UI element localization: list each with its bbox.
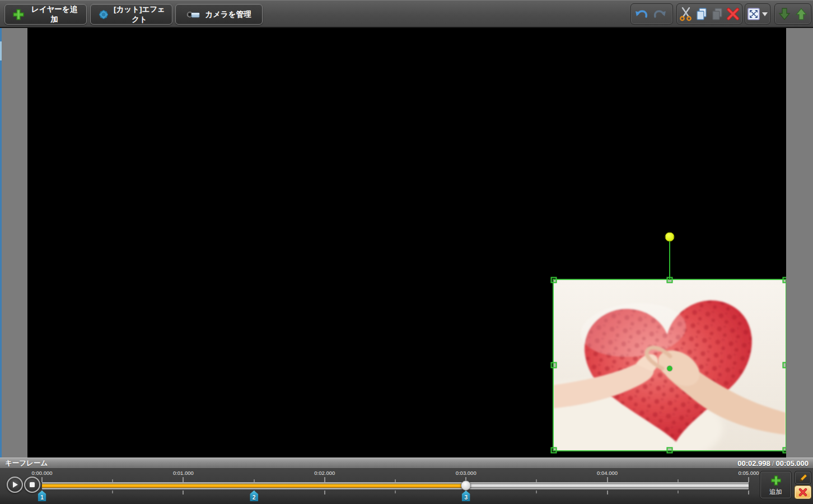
- paste-icon: [711, 7, 724, 21]
- ruler-label: 0:05.000: [739, 470, 759, 476]
- preview-area: [0, 28, 813, 458]
- move-up-button[interactable]: [793, 5, 810, 23]
- clipboard-group: [676, 3, 742, 25]
- add-layer-button[interactable]: レイヤーを追加: [4, 4, 87, 25]
- keyframe-marker[interactable]: 3: [462, 491, 470, 501]
- top-toolbar: レイヤーを追加 [カット]エフェクト カメラを管理: [0, 0, 813, 28]
- ruler-tick: [324, 491, 325, 494]
- ruler-tick: [749, 491, 749, 494]
- play-button[interactable]: [7, 477, 23, 493]
- redo-button[interactable]: [651, 5, 668, 23]
- ruler-tick: [749, 477, 749, 482]
- ruler-tick: [607, 491, 608, 494]
- copy-button[interactable]: [694, 5, 709, 23]
- resize-handle-mid-right[interactable]: [783, 362, 787, 368]
- current-time: 00:02.998: [737, 459, 770, 468]
- ruler-label: 0:00.000: [32, 470, 53, 476]
- resize-handle-top-left[interactable]: [551, 277, 557, 283]
- manage-camera-label: カメラを管理: [205, 10, 251, 20]
- timecode-display: 00:02.998/00:05.000: [737, 459, 809, 468]
- resize-handle-bottom-right[interactable]: [783, 447, 787, 454]
- ruler-tick: [42, 477, 43, 482]
- history-group: [630, 3, 673, 25]
- preview-canvas[interactable]: [27, 28, 786, 458]
- video-editor-window: レイヤーを追加 [カット]エフェクト カメラを管理: [0, 0, 813, 504]
- move-down-arrow-icon: [778, 7, 791, 21]
- keyframe-panel-title: キーフレーム: [5, 459, 48, 468]
- ruler-label: 0:01.000: [173, 470, 194, 476]
- add-keyframe-button[interactable]: 追加: [760, 471, 792, 499]
- time-separator: /: [770, 459, 776, 468]
- add-plus-icon: [12, 8, 25, 21]
- timeline-track[interactable]: [42, 482, 749, 489]
- ruler-label: 0:02.000: [314, 470, 335, 476]
- add-layer-label: レイヤーを追加: [29, 4, 80, 25]
- edit-keyframe-button[interactable]: [795, 471, 811, 484]
- keyframe-timeline: 0:00.0000:01.0000:02.0000:03.0000:04.000…: [0, 469, 813, 504]
- fit-view-button[interactable]: [747, 5, 760, 23]
- panel-edge-handle[interactable]: [0, 41, 2, 60]
- cut-effect-label: [カット]エフェクト: [114, 4, 165, 25]
- play-icon: [11, 481, 18, 488]
- resize-handle-top-center[interactable]: [667, 277, 673, 283]
- playhead[interactable]: [461, 480, 471, 491]
- selected-layer-image[interactable]: [553, 279, 786, 451]
- pencil-icon: [798, 473, 808, 483]
- dropdown-arrow-icon: [762, 12, 768, 16]
- fit-view-group: [745, 3, 770, 25]
- add-keyframe-plus-icon: [770, 474, 782, 487]
- resize-handle-mid-left[interactable]: [551, 362, 557, 368]
- stop-icon: [29, 482, 35, 488]
- delete-x-icon: [726, 7, 740, 21]
- timeline-progress: [42, 482, 466, 489]
- resize-handle-top-right[interactable]: [783, 277, 787, 283]
- effect-gear-icon: [97, 8, 110, 21]
- cut-scissors-icon: [679, 7, 693, 21]
- fit-view-icon: [747, 7, 760, 21]
- rotation-handle[interactable]: [665, 232, 675, 242]
- delete-keyframe-button[interactable]: [795, 486, 811, 499]
- resize-handle-bottom-left[interactable]: [551, 447, 557, 454]
- copy-icon: [695, 7, 708, 21]
- ruler-tick: [324, 477, 325, 482]
- add-keyframe-label: 追加: [769, 488, 782, 496]
- paste-button[interactable]: [710, 5, 725, 23]
- ruler-tick: [607, 477, 608, 482]
- ruler-tick: [183, 491, 184, 494]
- ruler-label: 0:03.000: [456, 470, 476, 476]
- layer-center-anchor[interactable]: [667, 366, 672, 371]
- keyframe-marker[interactable]: 2: [250, 491, 258, 501]
- move-down-button[interactable]: [777, 5, 793, 23]
- camera-icon: [186, 9, 201, 20]
- manage-camera-button[interactable]: カメラを管理: [175, 4, 263, 25]
- ruler-tick-minor: [678, 491, 678, 493]
- undo-button[interactable]: [633, 5, 650, 23]
- cut-effect-button[interactable]: [カット]エフェクト: [90, 4, 172, 25]
- ruler-tick-minor: [395, 491, 396, 493]
- delete-button[interactable]: [725, 5, 740, 23]
- stop-button[interactable]: [24, 477, 40, 493]
- delete-keyframe-x-icon: [798, 488, 807, 497]
- keyframe-marker[interactable]: 1: [38, 491, 46, 501]
- ruler-label: 0:04.000: [597, 470, 618, 476]
- ruler-tick-minor: [536, 491, 537, 493]
- keyframe-panel-header: キーフレーム 00:02.998/00:05.000: [0, 458, 813, 469]
- layer-order-group: [774, 3, 811, 25]
- panel-edge-splitter[interactable]: [0, 28, 2, 504]
- redo-icon: [652, 7, 667, 21]
- move-up-arrow-icon: [795, 7, 808, 21]
- fit-view-dropdown[interactable]: [761, 5, 768, 23]
- ruler-tick-minor: [113, 491, 113, 493]
- total-time: 00:05.000: [775, 459, 809, 468]
- cut-button[interactable]: [679, 5, 694, 23]
- rotation-line: [669, 241, 670, 280]
- ruler-tick: [183, 477, 184, 482]
- heart-pillow-photo: [554, 280, 786, 450]
- undo-icon: [634, 7, 649, 21]
- resize-handle-bottom-center[interactable]: [667, 447, 673, 454]
